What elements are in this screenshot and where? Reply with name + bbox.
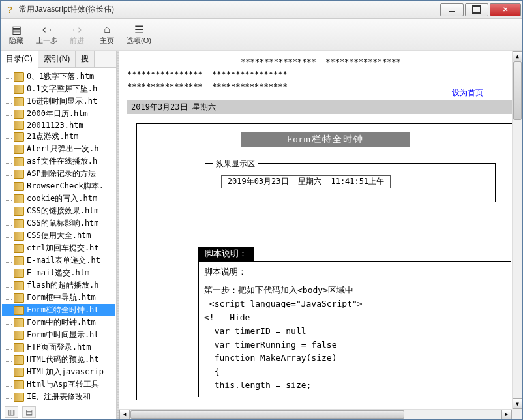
- scroll-right-icon[interactable]: ▶: [501, 410, 512, 419]
- tree-item-label: FTP页面登录.htm: [27, 342, 91, 353]
- book-icon: [14, 110, 24, 119]
- home-button[interactable]: ⌂ 主页: [97, 23, 117, 46]
- content-inner: **************** **************** ******…: [119, 51, 522, 406]
- tab-toc[interactable]: 目录(C): [1, 51, 38, 68]
- tree-item[interactable]: HTML代码的预览.ht: [2, 353, 115, 366]
- toc-tree[interactable]: 0、1数字下落.htm0.1文字整屏下坠.h16进制时间显示.ht2000年日历…: [1, 68, 116, 404]
- tree-item[interactable]: Alert只弹出一次.h: [2, 143, 115, 155]
- book-icon: [14, 85, 24, 94]
- tree-item[interactable]: ctrl加回车提交.ht: [2, 242, 115, 254]
- tree-item[interactable]: 20011123.htm: [2, 120, 115, 130]
- tree-item[interactable]: HTML加入javascrip: [2, 366, 115, 378]
- book-icon: [14, 269, 24, 278]
- sidebar-tabs: 目录(C) 索引(N) 搜: [1, 51, 116, 68]
- tree-item-label: CSS的链接效果.htm: [27, 205, 99, 217]
- options-button[interactable]: ☰ 选项(O): [127, 23, 151, 46]
- book-icon: [14, 157, 24, 166]
- window-buttons: [440, 3, 522, 16]
- book-icon: [14, 72, 24, 82]
- tree-item-label: CSS的鼠标影响.htm: [27, 218, 99, 229]
- book-icon: [14, 170, 24, 179]
- tree-item-label: Form栏特全时钟.ht: [27, 305, 99, 316]
- tree-item-label: Form中时间显示.ht: [27, 329, 99, 340]
- back-button[interactable]: ⇦ 上一步: [36, 23, 57, 46]
- sidebar-footer: ▥ ▤: [1, 404, 116, 419]
- book-icon: [14, 219, 24, 228]
- tree-item[interactable]: BrowserCheck脚本.: [2, 180, 115, 192]
- tree-item-label: E-mail递交.htm: [27, 267, 89, 278]
- footer-btn-1[interactable]: ▥: [5, 406, 18, 418]
- tree-item[interactable]: CSS的链接效果.htm: [2, 205, 115, 217]
- tree-item[interactable]: CSS使用大全.htm: [2, 230, 115, 242]
- tree-item-label: Form框中导航.htm: [27, 292, 96, 303]
- script-body: 第一步：把如下代码加入<body>区域中 <script language="J…: [204, 285, 363, 390]
- book-icon: [14, 293, 24, 303]
- tab-index[interactable]: 索引(N): [38, 51, 76, 67]
- effect-legend: 效果显示区: [213, 158, 258, 170]
- tree-item[interactable]: cookie的写入.htm: [2, 192, 115, 205]
- titlebar[interactable]: ? 常用Javascript特效(徐长伟): [1, 1, 522, 19]
- tree-item[interactable]: Form中的时钟.htm: [2, 316, 115, 329]
- book-icon: [14, 182, 24, 191]
- tree-item[interactable]: 0.1文字整屏下坠.h: [2, 83, 115, 95]
- forward-icon: ⇨: [70, 23, 84, 36]
- book-icon: [14, 121, 24, 130]
- tree-item[interactable]: 16进制时间显示.ht: [2, 95, 115, 108]
- set-homepage-link[interactable]: 设为首页: [452, 87, 483, 98]
- book-icon: [14, 207, 24, 216]
- tree-item-label: CSS使用大全.htm: [27, 230, 91, 241]
- tree-item[interactable]: iframe间的链接变换: [2, 403, 115, 404]
- home-icon: ⌂: [100, 23, 114, 36]
- tree-item-label: 2000年日历.htm: [27, 108, 88, 119]
- tree-item-label: Form中的时钟.htm: [27, 317, 96, 328]
- scroll-thumb-v[interactable]: [513, 61, 522, 120]
- book-icon: [14, 145, 24, 154]
- tree-item[interactable]: ASP删除记录的方法: [2, 168, 115, 180]
- book-icon: [14, 355, 24, 365]
- tree-item[interactable]: 21点游戏.htm: [2, 130, 115, 143]
- scroll-up-icon[interactable]: ▲: [513, 51, 522, 61]
- scroll-down-icon[interactable]: ▼: [513, 398, 522, 409]
- tree-item[interactable]: Form中时间显示.ht: [2, 329, 115, 341]
- horizontal-scrollbar[interactable]: ◀ ▶: [119, 409, 512, 419]
- tree-item[interactable]: E-mail表单递交.ht: [2, 254, 115, 267]
- form-title: Form栏特全时钟: [241, 132, 410, 147]
- tree-item[interactable]: Form栏特全时钟.ht: [2, 304, 115, 316]
- maximize-button[interactable]: [465, 3, 488, 16]
- footer-btn-2[interactable]: ▤: [22, 406, 36, 418]
- vertical-scrollbar[interactable]: ▲ ▼: [512, 51, 522, 409]
- tree-item-label: HTML加入javascrip: [27, 367, 104, 378]
- tree-item[interactable]: Html与Asp互转工具: [2, 378, 115, 391]
- book-icon: [14, 232, 24, 241]
- effect-fieldset: 效果显示区: [205, 163, 496, 202]
- book-icon: [14, 194, 24, 203]
- script-label: 脚本说明：: [204, 265, 505, 279]
- tree-item-label: 0.1文字整屏下坠.h: [27, 83, 97, 95]
- tree-item-label: 16进制时间显示.ht: [27, 96, 97, 107]
- tree-item[interactable]: IE、注册表修改和: [2, 391, 115, 403]
- minimize-button[interactable]: [440, 3, 464, 16]
- tree-item[interactable]: 2000年日历.htm: [2, 108, 115, 120]
- app-icon: ?: [5, 5, 15, 15]
- sidebar: 目录(C) 索引(N) 搜 0、1数字下落.htm0.1文字整屏下坠.h16进制…: [1, 51, 117, 419]
- main-body: 目录(C) 索引(N) 搜 0、1数字下落.htm0.1文字整屏下坠.h16进制…: [1, 50, 522, 419]
- book-icon: [14, 393, 24, 402]
- content-pane: **************** **************** ******…: [119, 51, 522, 419]
- book-icon: [14, 331, 24, 340]
- clock-display[interactable]: [221, 175, 391, 188]
- tree-item[interactable]: flash的超酷播放.h: [2, 279, 115, 292]
- tree-item[interactable]: FTP页面登录.htm: [2, 341, 115, 353]
- tree-item[interactable]: E-mail递交.htm: [2, 267, 115, 279]
- tree-item-label: cookie的写入.htm: [27, 193, 97, 204]
- tab-search[interactable]: 搜: [76, 51, 95, 67]
- tree-item[interactable]: Form框中导航.htm: [2, 292, 115, 304]
- tree-item[interactable]: 0、1数字下落.htm: [2, 70, 115, 83]
- tree-item-label: Html与Asp互转工具: [27, 379, 99, 390]
- scroll-thumb-h[interactable]: [130, 410, 404, 419]
- app-window: ? 常用Javascript特效(徐长伟) ▤ 隐藏 ⇦ 上一步 ⇨ 前进 ⌂ …: [0, 0, 523, 420]
- close-button[interactable]: [490, 3, 521, 16]
- tree-item[interactable]: asf文件在线播放.h: [2, 155, 115, 168]
- hide-button[interactable]: ▤ 隐藏: [6, 23, 27, 46]
- tree-item[interactable]: CSS的鼠标影响.htm: [2, 217, 115, 230]
- scroll-left-icon[interactable]: ◀: [119, 410, 130, 419]
